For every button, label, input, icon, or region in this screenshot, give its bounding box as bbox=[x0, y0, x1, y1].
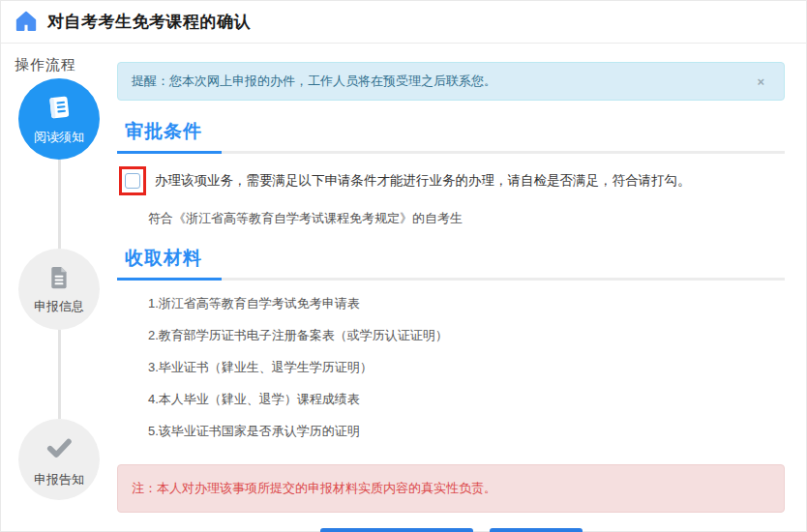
materials-section-head: 收取材料 bbox=[117, 246, 785, 281]
book-icon bbox=[45, 93, 74, 126]
step-list: 阅读须知 申报信息 bbox=[1, 78, 117, 500]
material-item: 4.本人毕业（肄业、退学）课程成绩表 bbox=[148, 391, 785, 408]
page-header: 对自考考生免考课程的确认 bbox=[1, 1, 806, 44]
check-icon bbox=[43, 431, 75, 468]
page-container: 对自考考生免考课程的确认 操作流程 阅读须知 bbox=[0, 0, 807, 532]
reminder-banner: 提醒：您本次网上申报的办件，工作人员将在预受理之后联系您。 × bbox=[117, 62, 785, 101]
sidebar-title: 操作流程 bbox=[15, 56, 117, 74]
sidebar-steps: 操作流程 阅读须知 bbox=[1, 44, 117, 531]
page-title: 对自考考生免考课程的确认 bbox=[47, 11, 251, 33]
approval-checkbox-row: 办理该项业务，需要满足以下申请条件才能进行业务的办理，请自检是否满足，符合请打勾… bbox=[119, 166, 785, 195]
step-label: 阅读须知 bbox=[34, 129, 84, 146]
reminder-text: 提醒：您本次网上申报的办件，工作人员将在预受理之后联系您。 bbox=[132, 73, 751, 90]
checkbox-highlight-box bbox=[119, 166, 146, 195]
material-item: 5.该毕业证书国家是否承认学历的证明 bbox=[148, 423, 785, 440]
step-connector bbox=[58, 160, 61, 249]
material-item: 2.教育部学历证书电子注册备案表（或学历认证证明） bbox=[148, 327, 785, 344]
content-area: 操作流程 阅读须知 bbox=[1, 44, 806, 531]
material-item: 3.毕业证书（肄业生、退学生学历证明） bbox=[148, 359, 785, 376]
agree-checkbox[interactable] bbox=[125, 173, 140, 189]
step-declare-info[interactable]: 申报信息 bbox=[18, 249, 100, 330]
download-guide-button[interactable]: 下载操作指南 bbox=[320, 528, 473, 532]
step-label: 申报告知 bbox=[34, 471, 84, 488]
checkbox-label: 办理该项业务，需要满足以下申请条件才能进行业务的办理，请自检是否满足，符合请打勾… bbox=[155, 172, 691, 190]
approval-section-head: 审批条件 bbox=[117, 119, 785, 154]
next-step-button[interactable]: 下一步 bbox=[490, 528, 583, 532]
step-declare-notify[interactable]: 申报告知 bbox=[18, 419, 100, 500]
step-label: 申报信息 bbox=[34, 298, 84, 315]
document-icon bbox=[45, 264, 73, 295]
step-read-notice[interactable]: 阅读须知 bbox=[18, 78, 100, 160]
close-icon[interactable]: × bbox=[751, 75, 770, 88]
materials-list: 1.浙江省高等教育自学考试免考申请表 2.教育部学历证书电子注册备案表（或学历认… bbox=[148, 295, 785, 440]
action-buttons: 下载操作指南 下一步 bbox=[117, 528, 785, 532]
materials-heading: 收取材料 bbox=[117, 246, 222, 281]
approval-heading: 审批条件 bbox=[117, 119, 222, 154]
approval-condition: 符合《浙江省高等教育自学考试课程免考规定》的自考生 bbox=[148, 210, 785, 227]
main-panel: 提醒：您本次网上申报的办件，工作人员将在预受理之后联系您。 × 审批条件 办理该… bbox=[117, 44, 806, 531]
material-item: 1.浙江省高等教育自学考试免考申请表 bbox=[148, 295, 785, 312]
home-icon bbox=[14, 9, 39, 34]
step-connector bbox=[58, 330, 61, 419]
responsibility-note: 注：本人对办理该事项所提交的申报材料实质内容的真实性负责。 bbox=[117, 464, 785, 513]
